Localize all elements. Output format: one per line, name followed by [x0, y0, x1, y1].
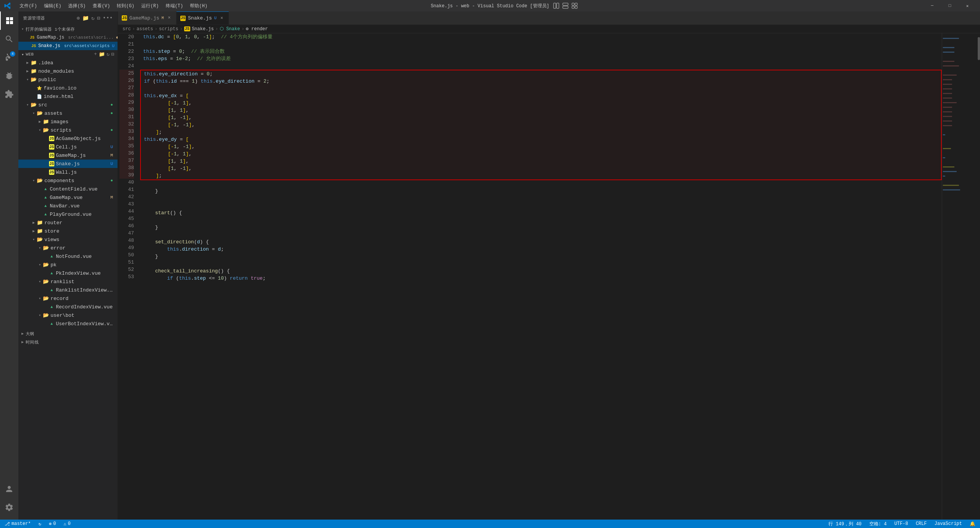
- breadcrumb-snakejs[interactable]: Snake.js: [192, 26, 214, 32]
- collapse-explorer-icon[interactable]: ⊟: [111, 51, 114, 57]
- outline-section-header[interactable]: ▶ 大纲: [18, 329, 118, 338]
- tab-gamemap[interactable]: JS GameMap.js M ×: [118, 11, 176, 24]
- tree-contentfield[interactable]: ▲ ContentField.vue: [18, 185, 118, 193]
- notification-status[interactable]: 🔔: [968, 521, 977, 527]
- tree-gamemap[interactable]: JS GameMap.js M: [18, 151, 118, 160]
- tree-userbot[interactable]: ▾ 📂 user\bot: [18, 311, 118, 319]
- explorer-header-icons[interactable]: + 📁 ↻ ⊟: [94, 51, 114, 57]
- explorer-activity-icon[interactable]: [0, 11, 18, 30]
- tree-pk[interactable]: ▾ 📂 pk: [18, 261, 118, 269]
- ranklist-label: ranklist: [51, 279, 114, 285]
- menu-select[interactable]: 选择(S): [65, 2, 89, 10]
- snake-tab-label: Snake.js: [188, 15, 212, 21]
- refresh-icon[interactable]: ↻: [91, 15, 95, 21]
- router-label: router: [44, 220, 114, 226]
- tree-wall[interactable]: JS Wall.js: [18, 168, 118, 176]
- tree-ranklist[interactable]: ▾ 📂 ranklist: [18, 277, 118, 286]
- search-activity-icon[interactable]: [0, 30, 18, 48]
- breadcrumb-assets[interactable]: assets: [137, 26, 153, 32]
- tree-src[interactable]: ▾ 📂 src ●: [18, 101, 118, 109]
- title-bar-menu[interactable]: 文件(F) 编辑(E) 选择(S) 查看(V) 转到(G) 运行(R) 终端(T…: [16, 2, 211, 10]
- refresh-explorer-icon[interactable]: ↻: [106, 51, 109, 57]
- language-status[interactable]: JavaScript: [933, 521, 964, 526]
- tab-snake[interactable]: JS Snake.js U ×: [176, 11, 229, 24]
- menu-file[interactable]: 文件(F): [16, 2, 40, 10]
- settings-activity-icon[interactable]: [0, 498, 18, 517]
- debug-activity-icon[interactable]: [0, 67, 18, 85]
- snake-tab-close[interactable]: ×: [219, 15, 225, 21]
- menu-run[interactable]: 运行(R): [138, 2, 162, 10]
- tree-store[interactable]: ▶ 📁 store: [18, 227, 118, 235]
- tree-pkindexview-vue[interactable]: ▲ PkIndexView.vue: [18, 269, 118, 277]
- gamemap-vue-icon: ▲: [43, 195, 48, 200]
- maximize-button[interactable]: □: [941, 0, 959, 11]
- collapse-icon[interactable]: ⊟: [97, 15, 100, 21]
- views-chevron: ▾: [31, 237, 37, 242]
- minimize-button[interactable]: ─: [923, 0, 941, 11]
- new-file-explorer-icon[interactable]: +: [94, 51, 97, 57]
- new-folder-icon[interactable]: 📁: [82, 15, 89, 21]
- tree-index-html[interactable]: 📄 index.html: [18, 92, 118, 101]
- warnings-status[interactable]: ⚠ 0: [62, 521, 72, 527]
- tree-views[interactable]: ▾ 📂 views: [18, 235, 118, 244]
- menu-help[interactable]: 帮助(H): [187, 2, 211, 10]
- breadcrumb-scripts[interactable]: scripts: [159, 26, 178, 32]
- git-activity-icon[interactable]: 4: [0, 48, 18, 67]
- tree-ranklistindexview-vue[interactable]: ▲ RanklistIndexView.vue: [18, 286, 118, 294]
- menu-edit[interactable]: 编辑(E): [41, 2, 65, 10]
- encoding-status[interactable]: UTF-8: [893, 521, 910, 526]
- tree-error[interactable]: ▾ 📂 error: [18, 244, 118, 252]
- breadcrumb: src › assets › scripts › JS Snake.js › ⬡…: [118, 25, 980, 33]
- cursor-position-status[interactable]: 行 149，列 40: [827, 521, 863, 527]
- new-file-icon[interactable]: ⊕: [77, 15, 80, 21]
- tree-cell[interactable]: JS Cell.js U: [18, 143, 118, 151]
- tree-favicon[interactable]: ⭐ favicon.ico: [18, 84, 118, 92]
- tree-recordindexview-vue[interactable]: ▲ RecordIndexView.vue: [18, 303, 118, 311]
- open-editors-header[interactable]: ▾ 打开的编辑器 1个未保存: [18, 25, 118, 33]
- account-activity-icon[interactable]: [0, 480, 18, 498]
- sync-status[interactable]: ↻: [37, 521, 42, 527]
- breadcrumb-src[interactable]: src: [122, 26, 131, 32]
- tree-gamemap-vue[interactable]: ▲ GameMap.vue M: [18, 193, 118, 202]
- menu-view[interactable]: 查看(V): [90, 2, 113, 10]
- spaces-status[interactable]: 空格: 4: [868, 521, 889, 527]
- errors-status[interactable]: ⊗ 0: [47, 521, 57, 527]
- tree-notfound-vue[interactable]: ▲ NotFound.vue: [18, 252, 118, 261]
- timeline-section-header[interactable]: ▶ 时间线: [18, 338, 118, 346]
- open-editor-snake[interactable]: JS Snake.js src\assets\scripts U: [18, 42, 118, 50]
- tree-scripts[interactable]: ▾ 📂 scripts ●: [18, 126, 118, 134]
- tree-userbotindexview-vue[interactable]: ▲ UserBotIndexView.vue: [18, 319, 118, 328]
- title-bar-controls[interactable]: ─ □ ✕: [923, 0, 976, 11]
- open-editor-gamemap[interactable]: JS GameMap.js src\assets\scri... ●: [18, 33, 118, 42]
- menu-goto[interactable]: 转到(G): [114, 2, 137, 10]
- tree-idea[interactable]: ▶ 📁 .idea: [18, 59, 118, 67]
- more-icon[interactable]: •••: [103, 15, 113, 21]
- ln39: 39: [119, 171, 134, 179]
- tree-router[interactable]: ▶ 📁 router: [18, 218, 118, 227]
- tree-components[interactable]: ▾ 📂 components ●: [18, 176, 118, 185]
- git-branch-status[interactable]: ⎇ master*: [3, 521, 32, 527]
- tree-assets[interactable]: ▾ 📂 assets ●: [18, 109, 118, 117]
- ln22: 22: [119, 48, 134, 55]
- extensions-activity-icon[interactable]: [0, 85, 18, 103]
- gamemap-tab-close[interactable]: ×: [166, 15, 172, 21]
- tree-record[interactable]: ▾ 📂 record: [18, 294, 118, 303]
- menu-terminal[interactable]: 终端(T): [163, 2, 186, 10]
- tree-images[interactable]: ▶ 📁 images: [18, 117, 118, 126]
- tree-public[interactable]: ▾ 📂 public: [18, 75, 118, 84]
- code-content[interactable]: this.dc = [0, 1, 0, -1]; // 4个方向列的偏移量 th…: [137, 33, 942, 520]
- node-modules-label: node_modules: [38, 68, 114, 74]
- explorer-web-header[interactable]: ▾ WEB + 📁 ↻ ⊟: [18, 50, 118, 59]
- breadcrumb-snake-class[interactable]: ⬡ Snake: [220, 26, 240, 32]
- tree-playground-vue[interactable]: ▲ PlayGround.vue: [18, 210, 118, 218]
- close-button[interactable]: ✕: [959, 0, 976, 11]
- tree-acgameobject[interactable]: JS AcGameObject.js: [18, 134, 118, 143]
- src-folder-icon: 📂: [31, 102, 37, 108]
- line-ending-status[interactable]: CRLF: [914, 521, 928, 526]
- ln20: 20: [119, 33, 134, 41]
- breadcrumb-render[interactable]: ⚙ render: [246, 26, 268, 32]
- tree-navbar-vue[interactable]: ▲ NavBar.vue: [18, 202, 118, 210]
- tree-node-modules[interactable]: ▶ 📁 node_modules: [18, 67, 118, 75]
- new-folder-explorer-icon[interactable]: 📁: [99, 51, 105, 57]
- tree-snake[interactable]: JS Snake.js U: [18, 160, 118, 168]
